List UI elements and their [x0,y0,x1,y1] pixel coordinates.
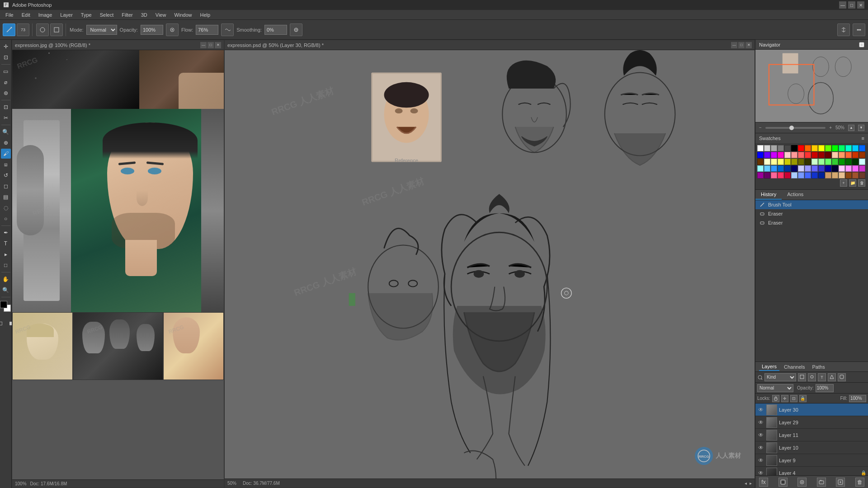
swatch-o3[interactable] [845,152,852,158]
flow-input[interactable] [196,25,218,35]
swatch-r1[interactable] [784,152,791,158]
airbrush-button[interactable] [166,23,179,36]
swatch-p6[interactable] [764,172,770,178]
swatch-midgray[interactable] [778,145,784,151]
swatch-brown2[interactable] [852,172,859,178]
table-row[interactable]: 👁 Layer 29 [755,416,868,429]
menu-image[interactable]: Image [35,11,56,19]
swatch-r4[interactable] [805,152,811,158]
swatch-brown1[interactable] [845,172,852,178]
swatches-header[interactable]: Swatches ≡ [755,133,868,143]
filter-adj-btn[interactable] [808,373,816,381]
table-row[interactable]: 👁 Layer 30 [755,404,868,416]
swatch-y1[interactable] [764,159,770,165]
marquee-tool[interactable]: ▭ [1,66,11,76]
layer-29-vis[interactable]: 👁 [757,419,764,426]
swatch-y6[interactable] [798,159,804,165]
layer-opacity-input[interactable] [816,384,834,392]
swatch-g7[interactable] [852,159,859,165]
clone-tool[interactable]: ⧆ [1,160,11,169]
swatch-black[interactable] [791,145,797,151]
swatch-cyan-green[interactable] [845,145,852,151]
eyedropper-tool[interactable]: 🔍 [1,127,11,137]
swatch-p9[interactable] [784,172,791,178]
swatch-p7[interactable] [771,172,777,178]
zoom-tool[interactable]: 🔍 [1,285,11,295]
swatch-c6[interactable] [784,165,791,172]
swatch-c3[interactable] [764,165,770,172]
table-row[interactable]: 👁 Layer 9 [755,454,868,467]
menu-select[interactable]: Select [96,11,118,19]
actions-tab[interactable]: Actions [782,190,809,200]
swatch-darkgray[interactable] [784,145,791,151]
right-close[interactable]: ✕ [745,42,752,48]
brush-settings-button[interactable] [50,23,63,36]
lock-all-btn[interactable]: 🔒 [799,395,807,402]
swatch-delete-btn[interactable]: 🗑 [858,179,865,187]
swatch-y7[interactable] [805,159,811,165]
swatch-p5[interactable] [757,172,764,178]
smoothing-input[interactable] [264,25,287,35]
swatch-violet[interactable] [764,152,770,158]
menu-edit[interactable]: Edit [18,11,34,19]
swatch-gray[interactable] [771,145,777,151]
swatch-c5[interactable] [778,165,784,172]
swatch-p10[interactable] [791,172,797,178]
swatch-c4[interactable] [771,165,777,172]
filter-pixel-btn[interactable] [798,373,806,381]
swatch-g2[interactable] [818,159,825,165]
eraser-tool[interactable]: ◻ [1,181,11,191]
swatch-spring[interactable] [839,145,845,151]
heal-tool[interactable]: ⊕ [1,138,11,148]
layer-30-vis[interactable]: 👁 [757,406,764,413]
menu-filter[interactable]: Filter [118,11,136,19]
layer-10-vis[interactable]: 👁 [757,444,764,451]
swatch-folder-btn[interactable]: 📁 [849,179,856,187]
lock-pixels-btn[interactable] [772,395,779,402]
swatch-p12[interactable] [805,172,811,178]
brush-tool-button[interactable] [3,23,15,36]
filter-shape-btn[interactable] [828,373,836,381]
menu-file[interactable]: File [2,11,17,19]
swatch-b5[interactable] [825,165,831,172]
menu-window[interactable]: Window [170,11,195,19]
history-item-brush[interactable]: Brush Tool [755,200,868,209]
layer-9-vis[interactable]: 👁 [757,457,764,464]
nav-zoom-thumb[interactable] [789,126,794,130]
swatch-p14[interactable] [818,172,825,178]
maximize-button[interactable]: □ [848,1,855,9]
menu-help[interactable]: Help [197,11,214,19]
right-maximize[interactable]: □ [738,42,745,48]
swatch-o6[interactable] [757,159,764,165]
blur-tool[interactable]: ◌ [1,203,11,213]
filter-type-btn[interactable]: T [818,373,826,381]
layer-group-btn[interactable] [817,478,826,487]
smoothing-settings[interactable] [290,23,302,36]
filter-smart-btn[interactable] [838,373,846,381]
table-row[interactable]: 👁 Layer 11 [755,429,868,441]
layer-fx-btn[interactable]: fx [759,478,768,487]
nav-zoom-slider[interactable] [765,127,826,129]
swatch-g1[interactable] [811,159,818,165]
swatch-pink-purple[interactable] [778,152,784,158]
brush-preset-button[interactable] [36,23,49,36]
scroll-arrow-left[interactable]: ◂ [745,481,747,486]
path-select-tool[interactable]: ▸ [1,249,11,259]
swatch-add-btn[interactable]: + [840,179,847,187]
table-row[interactable]: 👁 Layer 10 [755,441,868,454]
swatch-g3[interactable] [825,159,831,165]
swatch-p8[interactable] [778,172,784,178]
symmetry-button[interactable] [837,23,850,36]
swatch-r7[interactable] [825,152,831,158]
layers-tab[interactable]: Layers [759,363,779,371]
extras-button[interactable] [853,23,865,36]
pen-tool[interactable]: ✒ [1,228,11,238]
nav-expand-btn[interactable]: ▼ [858,125,864,131]
swatch-red[interactable] [798,145,804,151]
navigator-collapse[interactable]: ≡ [859,42,864,47]
fill-input[interactable] [849,395,866,402]
swatch-brown3[interactable] [859,172,865,178]
slice-tool[interactable]: ✂ [1,113,11,123]
swatch-g5[interactable] [839,159,845,165]
layer-adj-btn[interactable] [797,478,807,487]
